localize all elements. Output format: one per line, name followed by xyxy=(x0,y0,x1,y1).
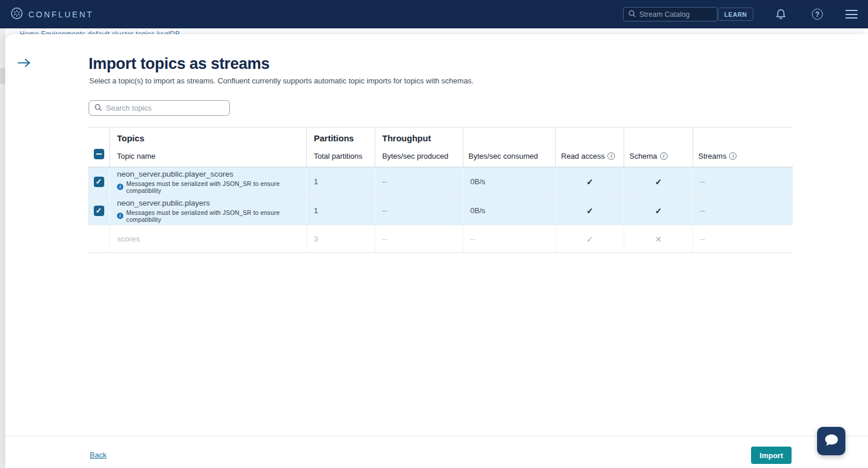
read-access-cell: ✓ xyxy=(556,225,624,253)
header-read-access: Read access i xyxy=(556,127,624,167)
top-navbar: CONFLUENT LEARN ? xyxy=(0,0,868,28)
header-partitions: Partitions Total partitions xyxy=(307,127,375,167)
row-checkbox[interactable] xyxy=(94,177,104,187)
header-streams: Streams i xyxy=(693,127,793,167)
header-schema: Schema i xyxy=(624,127,693,167)
topic-cell: neon_server.public.player_scores iMessag… xyxy=(110,167,307,196)
collapse-panel-button[interactable] xyxy=(17,57,31,70)
help-button[interactable]: ? xyxy=(812,9,823,20)
check-icon: ✓ xyxy=(655,206,662,215)
bytes-consumed-cell: 0B/s xyxy=(463,167,556,196)
search-icon xyxy=(628,9,636,20)
info-icon[interactable]: i xyxy=(607,152,615,160)
info-icon[interactable]: i xyxy=(660,152,668,160)
page-subtitle: Select a topic(s) to import as streams. … xyxy=(89,76,474,85)
topic-note: iMessages must be serialized with JSON_S… xyxy=(117,209,306,223)
info-icon[interactable]: i xyxy=(729,152,737,160)
stream-catalog-search[interactable] xyxy=(623,7,717,21)
cross-icon: ✕ xyxy=(655,235,662,244)
bytes-consumed-cell: 0B/s xyxy=(463,196,556,225)
select-all-checkbox[interactable] xyxy=(94,149,104,159)
schema-cell: ✓ xyxy=(624,196,693,225)
obscured-breadcrumb: Home Environments default cluster topics… xyxy=(20,30,715,34)
page-title: Import topics as streams xyxy=(89,55,269,73)
read-access-cell: ✓ xyxy=(556,196,624,225)
partitions-cell: 1 xyxy=(307,167,375,196)
info-icon: i xyxy=(117,184,123,190)
check-icon: ✓ xyxy=(587,206,594,215)
hamburger-menu-button[interactable] xyxy=(845,10,858,19)
bytes-consumed-cell: -- xyxy=(463,225,556,253)
topic-note: iMessages must be serialized with JSON_S… xyxy=(117,180,306,194)
import-topics-panel: Import topics as streams Select a topic(… xyxy=(5,34,868,468)
partitions-cell: 1 xyxy=(307,196,375,225)
header-bytes-consumed: Bytes/sec consumed xyxy=(463,127,556,167)
topic-cell: scores xyxy=(110,225,307,253)
topic-cell: neon_server.public.players iMessages mus… xyxy=(110,196,307,225)
bell-icon xyxy=(775,7,787,21)
topic-name: scores xyxy=(117,235,140,243)
search-topics-field[interactable] xyxy=(89,100,230,116)
check-icon: ✓ xyxy=(655,177,662,187)
check-icon: ✓ xyxy=(587,177,594,187)
bytes-produced-cell: -- xyxy=(375,167,463,196)
footer-divider xyxy=(5,436,868,436)
help-icon: ? xyxy=(812,9,823,20)
import-button[interactable]: Import xyxy=(751,447,792,464)
background-page-edge xyxy=(0,28,5,468)
search-icon xyxy=(94,103,102,114)
partitions-cell: 3 xyxy=(307,225,375,253)
confluent-logo-icon xyxy=(10,7,23,22)
topic-name: neon_server.public.players xyxy=(117,199,210,207)
bytes-produced-cell: -- xyxy=(375,225,463,253)
table-row: scores 3 -- -- ✓ ✕ -- xyxy=(88,225,793,253)
schema-cell: ✕ xyxy=(624,225,693,253)
learn-button[interactable]: LEARN xyxy=(718,8,753,21)
streams-cell: -- xyxy=(693,196,793,225)
table-header: Topics Topic name Partitions Total parti… xyxy=(88,127,793,167)
search-topics-input[interactable] xyxy=(106,104,216,112)
read-access-cell: ✓ xyxy=(556,167,624,196)
topics-table: Topics Topic name Partitions Total parti… xyxy=(88,127,793,253)
header-topics: Topics Topic name xyxy=(110,127,307,167)
check-icon: ✓ xyxy=(587,235,594,244)
notifications-button[interactable] xyxy=(775,7,787,21)
brand-text: CONFLUENT xyxy=(28,10,94,19)
bytes-produced-cell: -- xyxy=(375,196,463,225)
hamburger-icon xyxy=(845,10,858,19)
chat-widget-button[interactable] xyxy=(817,427,845,455)
chat-bubble-icon xyxy=(823,433,839,449)
streams-cell: -- xyxy=(693,167,793,196)
background-page-tab xyxy=(0,68,5,84)
topic-name: neon_server.public.player_scores xyxy=(117,170,233,178)
header-checkbox-cell xyxy=(88,127,110,167)
info-icon: i xyxy=(117,213,123,219)
confluent-brand[interactable]: CONFLUENT xyxy=(10,7,94,22)
row-checkbox[interactable] xyxy=(94,206,104,216)
back-link[interactable]: Back xyxy=(90,451,107,459)
table-row[interactable]: neon_server.public.player_scores iMessag… xyxy=(88,167,793,196)
arrow-right-icon xyxy=(17,61,31,70)
schema-cell: ✓ xyxy=(624,167,693,196)
header-throughput: Throughput Bytes/sec produced xyxy=(375,127,463,167)
stream-catalog-input[interactable] xyxy=(639,10,709,19)
streams-cell: -- xyxy=(693,225,793,253)
table-row[interactable]: neon_server.public.players iMessages mus… xyxy=(88,196,793,225)
